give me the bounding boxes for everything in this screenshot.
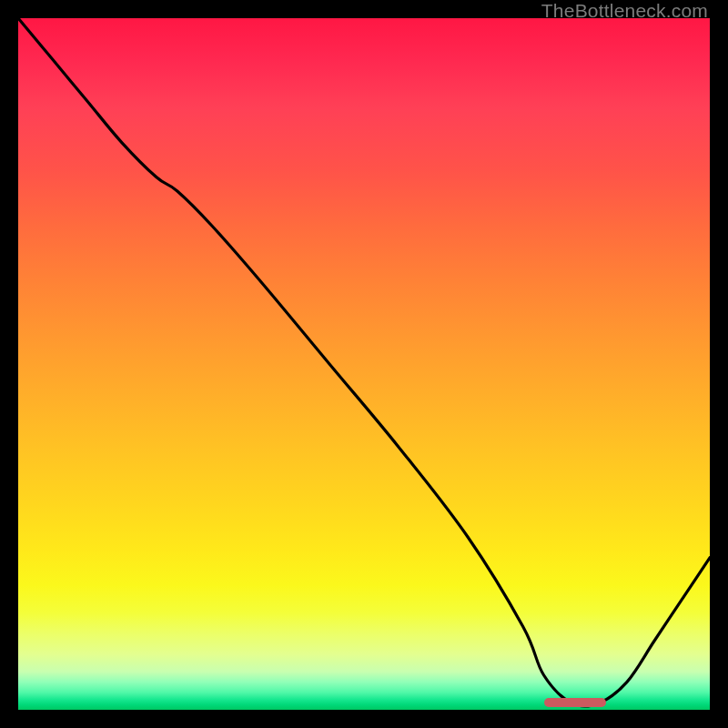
bottleneck-curve: [18, 18, 710, 710]
chart-container: TheBottleneck.com: [0, 0, 728, 728]
chart-plot-area: [18, 18, 710, 710]
optimal-range-marker: [544, 698, 606, 707]
watermark: TheBottleneck.com: [541, 0, 708, 22]
